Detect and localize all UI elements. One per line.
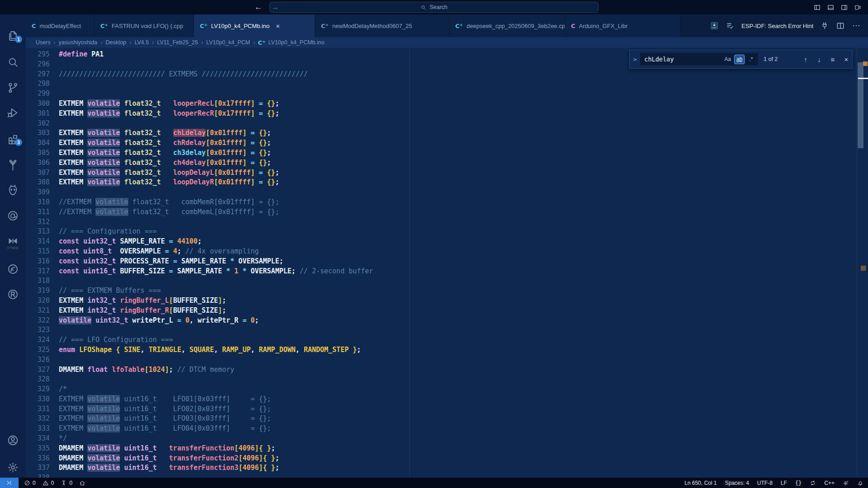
code-line[interactable]: 298 bbox=[26, 79, 868, 89]
find-input[interactable] bbox=[640, 56, 708, 63]
code-line[interactable]: 300EXTMEM volatile float32_t looperRecL[… bbox=[26, 99, 868, 109]
activity-item-files[interactable]: 1 bbox=[0, 28, 26, 43]
close-tab-icon[interactable]: × bbox=[276, 22, 280, 30]
code-line[interactable]: 335DMAMEM volatile uint16_t transferFunc… bbox=[26, 444, 868, 454]
code-line[interactable]: 336DMAMEM volatile uint16_t transferFunc… bbox=[26, 454, 868, 464]
code-line[interactable]: 326 bbox=[26, 355, 868, 365]
tab-modDelayEffect[interactable]: CmodDelayEffect bbox=[26, 14, 94, 37]
code-line[interactable]: 303EXTMEM volatile float32_t chLdelay[0x… bbox=[26, 128, 868, 138]
breadcrumb-item[interactable]: LV4.5 bbox=[134, 39, 150, 46]
code-editor[interactable]: 295#define PA1296297////////////////////… bbox=[26, 48, 868, 478]
split-editor-icon[interactable] bbox=[836, 21, 845, 30]
code-line[interactable]: 308EXTMEM volatile float32_t loopDelayR[… bbox=[26, 178, 868, 188]
breadcrumb-item[interactable]: Desktop bbox=[105, 39, 127, 46]
activity-item-espressif[interactable] bbox=[0, 261, 26, 277]
code-line[interactable]: 306EXTMEM volatile float32_t ch4delay[0x… bbox=[26, 158, 868, 168]
code-line[interactable]: 328 bbox=[26, 375, 868, 385]
code-line[interactable]: 325enum LFOShape { SINE, TRIANGLE, SQUAR… bbox=[26, 345, 868, 355]
code-line[interactable]: 337DMAMEM volatile uint16_t transferFunc… bbox=[26, 463, 868, 473]
code-line[interactable]: 299 bbox=[26, 89, 868, 99]
activity-item-r-lang[interactable] bbox=[0, 286, 26, 302]
task-checklist-icon[interactable] bbox=[726, 21, 735, 30]
remote-indicator[interactable] bbox=[0, 478, 19, 488]
breadcrumb-item[interactable]: LV11_Feb25_25 bbox=[156, 39, 198, 46]
code-analysis[interactable] bbox=[843, 480, 849, 486]
code-line[interactable]: 310//EXTMEM volatile float32_t combMemR[… bbox=[26, 197, 868, 207]
tab-Arduino_GFX_Libr[interactable]: CArduino_GFX_Libr bbox=[565, 14, 681, 37]
tab-FASTRUN void LFO() {.cpp[interactable]: C+FASTRUN void LFO() {.cpp bbox=[94, 14, 194, 37]
code-line[interactable]: 305EXTMEM volatile float32_t ch3delay[0x… bbox=[26, 148, 868, 158]
code-line[interactable]: 322volatile uint32_t writePtr_L = 0, wri… bbox=[26, 316, 868, 326]
code-line[interactable]: 324// === LFO Configuration === bbox=[26, 335, 868, 345]
tab-newModDelayMethod0607_25[interactable]: C+newModDelayMethod0607_25 bbox=[315, 14, 449, 37]
more-actions-icon[interactable] bbox=[852, 21, 861, 30]
code-line[interactable]: 318 bbox=[26, 276, 868, 286]
code-line[interactable]: 304EXTMEM volatile float32_t chRdelay[0x… bbox=[26, 138, 868, 148]
activity-item-search[interactable] bbox=[0, 54, 26, 70]
language-mode[interactable]: C++ bbox=[824, 480, 835, 486]
match-case-toggle[interactable]: Aa bbox=[722, 55, 733, 64]
code-line[interactable]: 312 bbox=[26, 217, 868, 227]
status-error-circle[interactable]: 0 bbox=[24, 480, 36, 486]
code-line[interactable]: 302 bbox=[26, 119, 868, 129]
customize-layout-icon[interactable] bbox=[854, 4, 862, 11]
breadcrumb-item[interactable]: LV10p0_k4_PCM bbox=[206, 39, 250, 46]
toggle-secondary-sidebar-icon[interactable] bbox=[840, 4, 848, 11]
toggle-panel-icon[interactable] bbox=[827, 4, 835, 11]
toggle-sidebar-icon[interactable] bbox=[813, 4, 821, 11]
regex-toggle[interactable]: .* bbox=[746, 55, 756, 64]
next-match-icon[interactable]: ↓ bbox=[813, 53, 825, 65]
code-line[interactable]: 307EXTMEM volatile float32_t loopDelayL[… bbox=[26, 168, 868, 178]
tab-deepseek_cpp_20250609_3eb2ee.cpp[interactable]: C+deepseek_cpp_20250609_3eb2ee.cpp bbox=[449, 14, 565, 37]
code-line[interactable]: 316const uint32_t PROCESS_RATE = SAMPLE_… bbox=[26, 257, 868, 267]
activity-item-swirl-at[interactable] bbox=[0, 208, 26, 223]
code-line[interactable]: 301EXTMEM volatile float32_t looperRecR[… bbox=[26, 109, 868, 119]
code-line[interactable]: 313// === Configuration === bbox=[26, 227, 868, 237]
code-line[interactable]: 329/* bbox=[26, 385, 868, 394]
esp-flash-icon[interactable] bbox=[710, 21, 719, 30]
code-line[interactable]: 317const uint16_t BUFFER_SIZE = SAMPLE_R… bbox=[26, 267, 868, 277]
code-line[interactable]: 297////////////////////////// EXTMEMS //… bbox=[26, 70, 868, 80]
back-arrow-icon[interactable]: ← bbox=[255, 3, 262, 12]
code-line[interactable]: 333EXTMEM volatile uint16_t LFO04[0x03ff… bbox=[26, 424, 868, 434]
notifications[interactable] bbox=[857, 480, 863, 486]
code-line[interactable]: 315const uint8_t OVERSAMPLE = 4; // 4x o… bbox=[26, 247, 868, 257]
code-line[interactable]: 330EXTMEM volatile uint16_t LFO01[0x03ff… bbox=[26, 394, 868, 404]
code-line[interactable]: 332EXTMEM volatile uint16_t LFO03[0x03ff… bbox=[26, 414, 868, 424]
status-radio-tower[interactable]: 0 bbox=[61, 480, 72, 486]
sync-status[interactable] bbox=[810, 480, 816, 486]
activity-item-run-debug[interactable] bbox=[0, 105, 26, 120]
code-line[interactable]: 327DMAMEM float lfoTable[1024]; // DTCM … bbox=[26, 365, 868, 375]
plug-icon[interactable] bbox=[820, 21, 829, 30]
activity-item-source-control[interactable] bbox=[0, 80, 26, 95]
vertical-scrollbar[interactable] bbox=[858, 62, 863, 148]
tab-LV10p0_k4_PCMb.ino[interactable]: C+LV10p0_k4_PCMb.ino× bbox=[194, 14, 315, 37]
status-warning-triangle[interactable]: 0 bbox=[42, 480, 54, 486]
activity-item-circuit[interactable] bbox=[0, 157, 26, 173]
code-line[interactable]: 338 bbox=[26, 473, 868, 478]
command-center-search[interactable]: Search bbox=[269, 2, 599, 13]
activity-item-settings-gear[interactable] bbox=[0, 460, 26, 475]
code-line[interactable]: 314const uint32_t SAMPLE_RATE = 44100; bbox=[26, 237, 868, 247]
breadcrumb-item[interactable]: yasushiyoshida bbox=[58, 39, 98, 46]
cursor-position[interactable]: Ln 650, Col 1 bbox=[684, 480, 717, 486]
code-line[interactable]: 309 bbox=[26, 188, 868, 197]
forward-arrow-icon[interactable]: → bbox=[271, 3, 279, 12]
code-line[interactable]: 320EXTMEM int32_t ringBuffer_L[BUFFER_SI… bbox=[26, 296, 868, 306]
toggle-replace-chevron-icon[interactable]: > bbox=[630, 56, 640, 63]
eol[interactable]: LF bbox=[781, 480, 787, 486]
code-line[interactable]: 321EXTMEM int32_t ringBuffer_R[BUFFER_SI… bbox=[26, 306, 868, 316]
esp-idf-hint-label[interactable]: ESP-IDF: Search Error Hint bbox=[741, 23, 813, 29]
braces-indicator[interactable]: {} bbox=[795, 480, 802, 486]
encoding[interactable]: UTF-8 bbox=[757, 480, 773, 486]
whole-word-toggle[interactable]: ab bbox=[734, 55, 745, 64]
code-line[interactable]: 334*/ bbox=[26, 434, 868, 444]
activity-item-extensions[interactable]: 3 bbox=[0, 131, 26, 146]
breadcrumb-item[interactable]: LV10p0_k4_PCMb.ino bbox=[268, 39, 325, 46]
activity-item-account[interactable] bbox=[0, 432, 26, 448]
activity-item-platformio-alien[interactable] bbox=[0, 183, 26, 198]
previous-match-icon[interactable]: ↑ bbox=[800, 53, 811, 65]
find-in-selection-icon[interactable]: ≡ bbox=[827, 53, 839, 65]
code-line[interactable]: 319// === EXTMEM Buffers === bbox=[26, 286, 868, 296]
indentation[interactable]: Spaces: 4 bbox=[725, 480, 749, 486]
